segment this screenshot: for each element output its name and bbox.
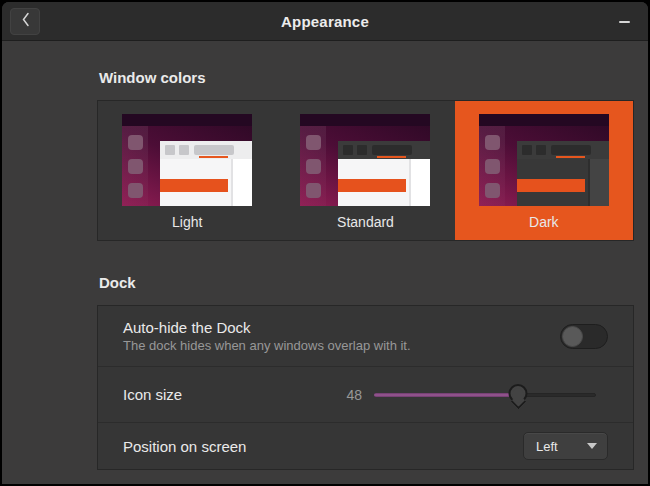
window-colors-panel: Light Standard [97,100,634,241]
window-title: Appearance [281,13,369,30]
position-dropdown[interactable]: Left [523,432,608,460]
autohide-title: Auto-hide the Dock [123,318,560,337]
theme-standard-preview [300,114,430,206]
position-row: Position on screen Left [98,422,633,469]
theme-option-dark[interactable]: Dark [455,101,633,240]
window-inner: Appearance Window colors [2,2,648,484]
appearance-window: Appearance Window colors [0,0,650,486]
position-label: Position on screen [123,437,523,456]
window-colors-heading: Window colors [99,69,634,87]
dock-heading: Dock [99,274,634,292]
back-button[interactable] [10,8,40,35]
icon-size-slider[interactable] [374,383,596,407]
page-content: Window colors Light [2,41,648,484]
theme-label-standard: Standard [337,214,394,230]
chevron-left-icon [20,12,31,31]
theme-light-preview [122,114,252,206]
autohide-subtitle: The dock hides when any windows overlap … [123,337,560,354]
toggle-knob [562,326,583,347]
theme-option-light[interactable]: Light [98,101,276,240]
autohide-toggle[interactable] [560,324,608,349]
position-text: Position on screen [123,437,523,456]
autohide-row: Auto-hide the Dock The dock hides when a… [98,306,633,366]
slider-knob[interactable] [509,384,528,403]
position-dropdown-value: Left [536,439,587,454]
slider-fill [374,393,518,397]
minimize-icon [619,21,630,23]
icon-size-row: Icon size 48 [98,366,633,422]
minimize-button[interactable] [613,12,635,32]
theme-option-standard[interactable]: Standard [276,101,454,240]
dock-panel: Auto-hide the Dock The dock hides when a… [97,305,634,470]
theme-label-light: Light [172,214,202,230]
theme-label-dark: Dark [529,214,559,230]
icon-size-value: 48 [346,387,362,403]
titlebar: Appearance [2,2,648,41]
autohide-text: Auto-hide the Dock The dock hides when a… [123,318,560,354]
icon-size-text: Icon size [123,385,346,404]
theme-dark-preview [479,114,609,206]
chevron-down-icon [587,443,597,449]
icon-size-label: Icon size [123,385,346,404]
